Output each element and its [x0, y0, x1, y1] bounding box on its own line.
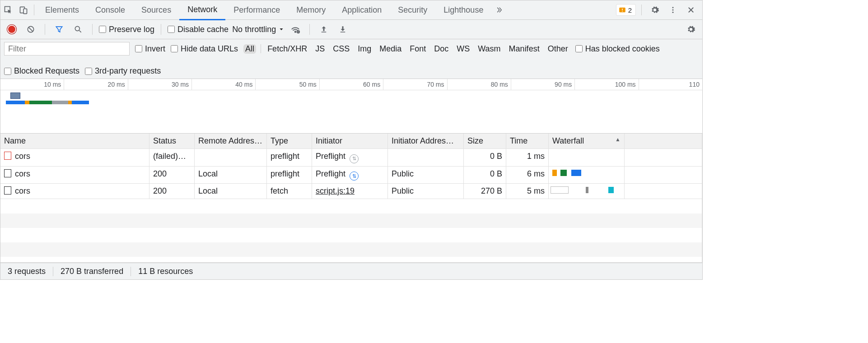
filter-input[interactable] [4, 42, 130, 56]
tab-elements[interactable]: Elements [37, 0, 87, 19]
cell-remote[interactable]: Local [195, 184, 267, 199]
type-filter-manifest[interactable]: Manifest [507, 44, 541, 54]
col-type[interactable]: Type [267, 134, 312, 149]
status-resources: 11 B resources [131, 267, 200, 276]
col-initiator[interactable]: Initiator [312, 134, 388, 149]
type-filter-ws[interactable]: WS [455, 44, 471, 54]
cell-spacer[interactable] [625, 167, 702, 184]
gear-icon[interactable] [647, 2, 663, 18]
tab-memory[interactable]: Memory [288, 0, 334, 19]
cell-time[interactable]: 6 ms [506, 167, 549, 184]
type-filter-media[interactable]: Media [378, 44, 403, 54]
inspect-icon[interactable] [0, 2, 16, 18]
hide-data-urls-checkbox[interactable]: Hide data URLs [171, 44, 238, 54]
col-time[interactable]: Time [506, 134, 549, 149]
invert-checkbox[interactable]: Invert [135, 44, 165, 54]
type-filter-wasm[interactable]: Wasm [476, 44, 502, 54]
overview-selection[interactable] [10, 93, 20, 99]
cell-name[interactable]: cors [0, 167, 149, 184]
issues-counter[interactable]: 2 [616, 4, 636, 16]
type-filter-all[interactable]: All [243, 44, 256, 54]
overview-tick: 20 ms [64, 79, 127, 90]
resource-type-filter: AllFetch/XHRJSCSSImgMediaFontDocWSWasmMa… [243, 44, 570, 54]
throttling-select[interactable]: No throttling [232, 25, 284, 34]
type-filter-css[interactable]: CSS [331, 44, 351, 54]
network-conditions-icon[interactable] [288, 22, 303, 37]
tab-application[interactable]: Application [334, 0, 390, 19]
close-icon[interactable] [683, 2, 699, 18]
divider [309, 24, 310, 35]
type-filter-font[interactable]: Font [408, 44, 428, 54]
cell-initiator[interactable]: Preflight ⇅ [312, 149, 388, 167]
cell-name[interactable]: cors [0, 184, 149, 199]
col-initiator-addr[interactable]: Initiator Addres… [388, 134, 464, 149]
cell-type[interactable]: preflight [267, 167, 312, 184]
device-icon[interactable] [16, 2, 31, 18]
third-party-checkbox[interactable]: 3rd-party requests [85, 66, 161, 76]
col-status[interactable]: Status [149, 134, 195, 149]
cell-status[interactable]: 200 [149, 184, 195, 199]
overview-tick: 110 [639, 79, 702, 90]
overview-tick: 30 ms [128, 79, 191, 90]
overview-tick: 50 ms [255, 79, 319, 90]
type-filter-js[interactable]: JS [313, 44, 327, 54]
overview-timeline[interactable]: 10 ms20 ms30 ms40 ms50 ms60 ms70 ms80 ms… [0, 79, 702, 134]
gear-icon[interactable] [683, 22, 699, 37]
cell-waterfall[interactable] [549, 149, 625, 167]
cell-size[interactable]: 0 B [464, 149, 506, 167]
cell-status[interactable]: 200 [149, 167, 195, 184]
cell-initiator-addr[interactable]: Public [388, 184, 464, 199]
search-icon[interactable] [70, 22, 86, 37]
initiator-link[interactable]: script.js:19 [316, 186, 355, 195]
disable-cache-checkbox[interactable]: Disable cache [168, 25, 229, 34]
blocked-requests-checkbox[interactable]: Blocked Requests [4, 66, 79, 76]
cell-initiator-addr[interactable]: Public [388, 167, 464, 184]
divider [34, 5, 34, 15]
preserve-log-checkbox[interactable]: Preserve log [99, 25, 154, 34]
type-filter-other[interactable]: Other [546, 44, 570, 54]
divider [161, 24, 161, 35]
cell-initiator-addr[interactable] [388, 149, 464, 167]
file-icon [4, 169, 11, 177]
clear-icon[interactable] [23, 22, 38, 37]
cell-time[interactable]: 5 ms [506, 184, 549, 199]
cell-waterfall[interactable] [549, 167, 625, 184]
cell-type[interactable]: preflight [267, 149, 312, 167]
svg-point-8 [672, 12, 674, 13]
funnel-icon[interactable] [51, 22, 67, 37]
download-icon[interactable] [335, 22, 350, 37]
type-filter-fetchxhr[interactable]: Fetch/XHR [266, 44, 309, 54]
tab-network[interactable]: Network [179, 0, 225, 20]
cell-type[interactable]: fetch [267, 184, 312, 199]
col-waterfall[interactable]: Waterfall [549, 134, 625, 149]
tab-sources[interactable]: Sources [133, 0, 179, 19]
cell-spacer[interactable] [625, 184, 702, 199]
cell-waterfall[interactable] [549, 184, 625, 199]
col-name[interactable]: Name [0, 134, 149, 149]
kebab-icon[interactable] [665, 2, 681, 18]
overview-tick: 10 ms [0, 79, 64, 90]
has-blocked-cookies-checkbox[interactable]: Has blocked cookies [575, 44, 660, 54]
tab-security[interactable]: Security [390, 0, 435, 19]
cell-size[interactable]: 270 B [464, 184, 506, 199]
cell-name[interactable]: cors [0, 149, 149, 167]
cell-status[interactable]: (failed)… [149, 149, 195, 167]
tab-console[interactable]: Console [87, 0, 133, 19]
record-icon[interactable] [4, 22, 19, 37]
col-remote-address[interactable]: Remote Addres… [195, 134, 267, 149]
cell-remote[interactable] [195, 149, 267, 167]
tab-lighthouse[interactable]: Lighthouse [435, 0, 491, 19]
svg-rect-5 [622, 11, 623, 12]
type-filter-doc[interactable]: Doc [432, 44, 450, 54]
cell-initiator[interactable]: Preflight ⇅ [312, 167, 388, 184]
cell-time[interactable]: 1 ms [506, 149, 549, 167]
cell-size[interactable]: 0 B [464, 167, 506, 184]
cell-remote[interactable]: Local [195, 167, 267, 184]
cell-spacer[interactable] [625, 149, 702, 167]
type-filter-img[interactable]: Img [356, 44, 373, 54]
col-size[interactable]: Size [464, 134, 506, 149]
tab-performance[interactable]: Performance [225, 0, 288, 19]
upload-icon[interactable] [316, 22, 331, 37]
cell-initiator[interactable]: script.js:19 [312, 184, 388, 199]
chevrons-right-icon[interactable] [491, 2, 507, 18]
